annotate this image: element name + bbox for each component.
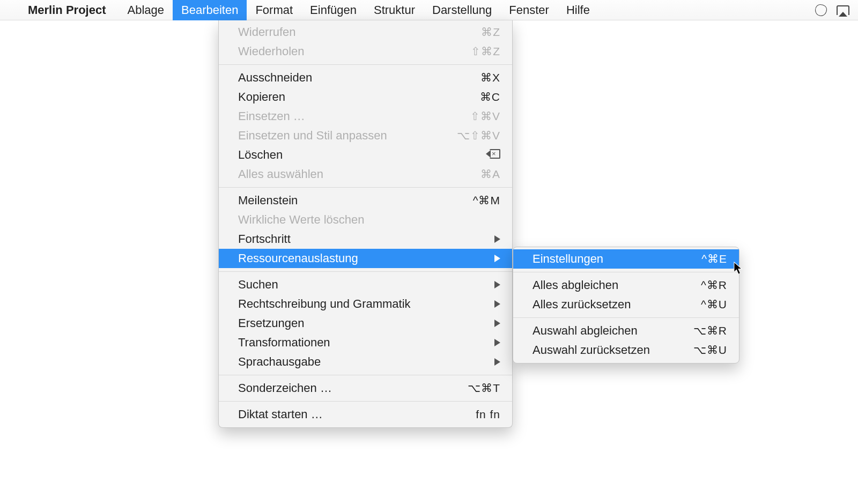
edit-menu-dropdown: Widerrufen⌘ZWiederholen⇧⌘ZAusschneiden⌘X… xyxy=(218,20,513,428)
menubar-items: AblageBearbeitenFormatEinfügenStrukturDa… xyxy=(119,0,598,20)
edit-menu-item-transformationen[interactable]: Transformationen xyxy=(219,333,512,352)
menu-item-shortcut: ⌘X xyxy=(450,70,500,86)
edit-menu-item-einsetzen-und-stil-anpassen: Einsetzen und Stil anpassen⌥⇧⌘V xyxy=(219,126,512,145)
menubar-item-fenster[interactable]: Fenster xyxy=(500,0,558,20)
menu-item-label: Widerrufen xyxy=(238,24,437,40)
menu-separator xyxy=(219,187,512,188)
menu-item-shortcut: ⌘C xyxy=(450,89,500,105)
chevron-right-icon xyxy=(494,255,500,262)
menu-item-label: Fortschritt xyxy=(238,231,427,247)
menu-item-shortcut: ⌥⌘T xyxy=(450,380,500,396)
menubar-item-hilfe[interactable]: Hilfe xyxy=(558,0,598,20)
menubar-item-darstellung[interactable]: Darstellung xyxy=(424,0,500,20)
menu-item-shortcut: ⌘A xyxy=(450,166,500,182)
chevron-right-icon xyxy=(494,339,500,346)
ressourcen-submenu-item-auswahl-zur-cksetzen[interactable]: Auswahl zurücksetzen⌥⌘U xyxy=(513,340,739,360)
menu-item-label: Transformationen xyxy=(238,335,427,351)
menu-item-label: Einsetzen … xyxy=(238,108,437,124)
menu-item-label: Meilenstein xyxy=(238,192,437,209)
menu-item-shortcut: ^⌘E xyxy=(677,251,727,267)
edit-menu-item-suchen[interactable]: Suchen xyxy=(219,275,512,294)
edit-menu-item-widerrufen: Widerrufen⌘Z xyxy=(219,23,512,42)
airplay-icon[interactable] xyxy=(837,5,849,15)
edit-menu-item-sonderzeichen[interactable]: Sonderzeichen …⌥⌘T xyxy=(219,379,512,398)
menu-item-shortcut: ⌥⇧⌘V xyxy=(450,128,500,144)
menu-item-label: Alles abgleichen xyxy=(532,277,664,293)
edit-menu-item-rechtschreibung-und-grammatik[interactable]: Rechtschreibung und Grammatik xyxy=(219,294,512,314)
edit-menu-item-sprachausgabe[interactable]: Sprachausgabe xyxy=(219,352,512,372)
menu-item-label: Diktat starten … xyxy=(238,406,437,423)
menu-separator xyxy=(513,317,739,318)
edit-menu-item-wiederholen: Wiederholen⇧⌘Z xyxy=(219,42,512,61)
menu-separator xyxy=(219,64,512,65)
chevron-right-icon xyxy=(494,358,500,366)
menu-item-shortcut: ^⌘M xyxy=(450,192,500,209)
edit-menu-item-wirkliche-werte-l-schen: Wirkliche Werte löschen xyxy=(219,210,512,229)
menu-item-label: Rechtschreibung und Grammatik xyxy=(238,296,427,312)
menu-separator xyxy=(513,272,739,272)
edit-menu-item-kopieren[interactable]: Kopieren⌘C xyxy=(219,87,512,107)
ressourcen-submenu-item-alles-zur-cksetzen[interactable]: Alles zurücksetzen^⌘U xyxy=(513,295,739,314)
edit-menu-item-l-schen[interactable]: Löschen× xyxy=(219,145,512,165)
menubar-item-struktur[interactable]: Struktur xyxy=(365,0,424,20)
menubar-item-ablage[interactable]: Ablage xyxy=(119,0,173,20)
menubar-item-einfügen[interactable]: Einfügen xyxy=(301,0,365,20)
edit-menu-item-fortschritt[interactable]: Fortschritt xyxy=(219,229,512,249)
menu-item-label: Ressourcenauslastung xyxy=(238,250,427,266)
edit-menu-item-ausschneiden[interactable]: Ausschneiden⌘X xyxy=(219,68,512,87)
menu-item-label: Sonderzeichen … xyxy=(238,380,437,396)
menu-item-shortcut: ⌥⌘U xyxy=(677,342,727,358)
edit-menu-item-ressourcenauslastung[interactable]: Ressourcenauslastung xyxy=(219,249,512,268)
ressourcen-submenu-item-alles-abgleichen[interactable]: Alles abgleichen^⌘R xyxy=(513,276,739,295)
menubar-status-right xyxy=(815,4,855,16)
menubar-left: Merlin Project AblageBearbeitenFormatEin… xyxy=(10,0,598,20)
ressourcen-submenu-item-einstellungen[interactable]: Einstellungen^⌘E xyxy=(513,249,739,269)
menu-item-shortcut: × xyxy=(450,147,500,163)
chevron-right-icon xyxy=(494,300,500,308)
menu-item-shortcut: ⇧⌘Z xyxy=(450,43,500,60)
menu-item-label: Ausschneiden xyxy=(238,70,437,86)
menu-item-shortcut: ⇧⌘V xyxy=(450,108,500,124)
menu-item-label: Wiederholen xyxy=(238,43,437,60)
menu-item-label: Alles zurücksetzen xyxy=(532,297,664,313)
menu-item-label: Suchen xyxy=(238,277,427,293)
menu-item-label: Sprachausgabe xyxy=(238,354,427,370)
menu-item-label: Wirkliche Werte löschen xyxy=(238,212,500,228)
edit-menu-item-alles-ausw-hlen: Alles auswählen⌘A xyxy=(219,165,512,184)
edit-menu-item-meilenstein[interactable]: Meilenstein^⌘M xyxy=(219,191,512,210)
chevron-right-icon xyxy=(494,235,500,243)
chevron-right-icon xyxy=(494,281,500,288)
chevron-right-icon xyxy=(494,320,500,327)
app-name[interactable]: Merlin Project xyxy=(28,3,106,17)
menu-item-shortcut: ⌘Z xyxy=(450,24,500,40)
menubar-item-format[interactable]: Format xyxy=(247,0,301,20)
menu-separator xyxy=(219,401,512,402)
ressourcen-submenu-item-auswahl-abgleichen[interactable]: Auswahl abgleichen⌥⌘R xyxy=(513,321,739,340)
cursor-icon xyxy=(734,262,743,275)
menubar: Merlin Project AblageBearbeitenFormatEin… xyxy=(0,0,858,20)
menu-item-label: Auswahl abgleichen xyxy=(532,323,664,339)
menu-item-shortcut: ⌥⌘R xyxy=(677,323,727,339)
menu-item-shortcut: ^⌘R xyxy=(677,277,727,293)
menu-item-label: Kopieren xyxy=(238,89,437,105)
menu-item-label: Einsetzen und Stil anpassen xyxy=(238,128,437,144)
edit-menu-item-ersetzungen[interactable]: Ersetzungen xyxy=(219,314,512,333)
menu-item-shortcut: ^⌘U xyxy=(677,297,727,313)
menu-item-label: Auswahl zurücksetzen xyxy=(532,342,664,358)
menu-item-label: Ersetzungen xyxy=(238,315,427,331)
status-blob-icon[interactable] xyxy=(815,4,827,16)
menubar-item-bearbeiten[interactable]: Bearbeiten xyxy=(173,0,247,20)
menu-item-label: Einstellungen xyxy=(532,251,664,267)
edit-menu-item-diktat-starten[interactable]: Diktat starten …fn fn xyxy=(219,405,512,424)
menu-item-label: Alles auswählen xyxy=(238,166,437,182)
edit-menu-item-einsetzen: Einsetzen …⇧⌘V xyxy=(219,107,512,126)
menu-separator xyxy=(219,375,512,375)
menu-item-shortcut: fn fn xyxy=(450,406,500,423)
menu-separator xyxy=(219,271,512,272)
backspace-icon: × xyxy=(486,149,500,159)
menu-item-label: Löschen xyxy=(238,147,437,163)
ressourcenauslastung-submenu: Einstellungen^⌘EAlles abgleichen^⌘RAlles… xyxy=(513,247,739,364)
